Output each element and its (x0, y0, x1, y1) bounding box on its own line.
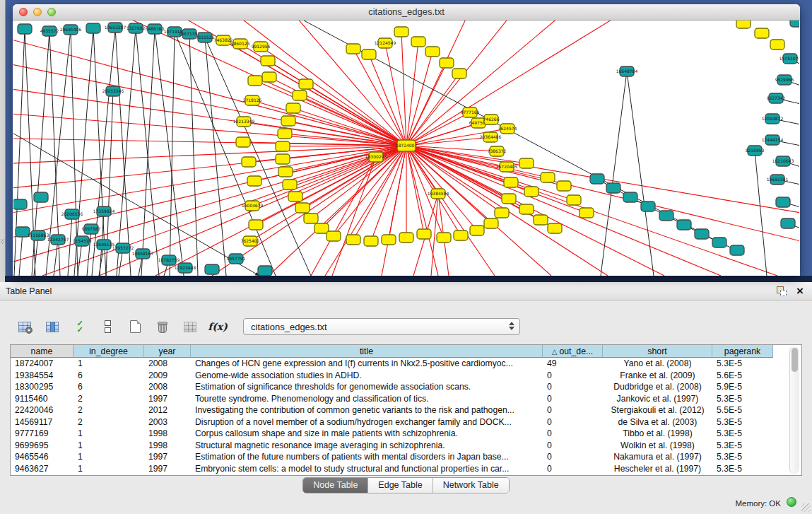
network-window-titlebar[interactable]: citations_edges.txt (13, 4, 800, 21)
graph-node[interactable] (736, 21, 751, 28)
close-panel-icon[interactable] (796, 286, 804, 296)
memory-status-icon[interactable] (787, 497, 796, 507)
graph-node[interactable] (781, 218, 795, 228)
graph-node[interactable] (288, 192, 302, 201)
graph-node[interactable] (454, 230, 468, 240)
graph-node[interactable] (394, 27, 408, 37)
function-builder-icon[interactable]: f(x) (208, 317, 227, 336)
graph-node[interactable] (659, 211, 673, 221)
close-window-icon[interactable] (19, 8, 28, 16)
graph-node[interactable] (484, 218, 498, 228)
table-scrollbar-thumb[interactable] (792, 348, 798, 372)
table-browser-settings-icon[interactable] (16, 317, 34, 336)
table-row[interactable]: 969969511998Structural magnetic resonanc… (11, 440, 801, 452)
graph-node[interactable] (247, 176, 261, 186)
graph-node[interactable] (495, 208, 509, 218)
graph-node[interactable] (557, 181, 571, 191)
graph-node[interactable] (278, 129, 292, 139)
graph-node[interactable] (548, 223, 562, 233)
graph-node[interactable] (314, 223, 329, 233)
zoom-window-icon[interactable] (47, 8, 56, 16)
graph-node[interactable] (242, 157, 256, 167)
graph-node[interactable] (534, 215, 548, 225)
graph-node[interactable] (677, 220, 691, 230)
graph-node[interactable] (86, 23, 100, 33)
graph-node[interactable] (437, 233, 451, 243)
tab-edge-table[interactable]: Edge Table (368, 478, 433, 493)
table-row[interactable]: 1938455462009Genome-wide association stu… (11, 370, 801, 382)
graph-node[interactable] (770, 40, 784, 49)
column-header-out_de[interactable]: out_de... (543, 345, 603, 358)
graph-node[interactable] (755, 28, 769, 38)
table-row[interactable]: 911546021997Tourette syndrome. Phenomeno… (11, 393, 801, 405)
column-header-name[interactable]: name (11, 345, 73, 358)
graph-node[interactable] (295, 203, 310, 213)
graph-node[interactable] (293, 90, 307, 100)
graph-node[interactable] (34, 192, 48, 202)
graph-node[interactable] (504, 177, 518, 187)
graph-node[interactable] (382, 235, 396, 245)
graph-node[interactable] (417, 229, 431, 239)
graph-node[interactable] (205, 264, 219, 274)
graph-node[interactable] (502, 194, 516, 204)
table-row[interactable]: 946362711997Embryonic stem cells: a mode… (11, 463, 801, 475)
graph-node[interactable] (13, 199, 27, 209)
table-row[interactable]: 1456911722003Disruption of a novel membe… (11, 416, 801, 428)
column-header-title[interactable]: title (191, 345, 543, 358)
new-table-icon[interactable] (126, 317, 144, 336)
graph-node[interactable] (579, 208, 594, 218)
tab-node-table[interactable]: Node Table (303, 478, 368, 493)
graph-node[interactable] (452, 69, 466, 78)
table-scrollbar[interactable] (789, 346, 799, 474)
graph-node[interactable] (299, 79, 313, 89)
float-panel-icon[interactable] (777, 286, 787, 296)
tab-network-table[interactable]: Network Table (433, 478, 509, 493)
left-splitter[interactable] (0, 0, 6, 282)
graph-node[interactable] (18, 24, 32, 34)
table-row[interactable]: 1872400712008Changes of HCN gene express… (11, 358, 801, 370)
graph-node[interactable] (261, 56, 275, 66)
graph-node[interactable] (286, 103, 300, 113)
column-header-year[interactable]: year (144, 345, 191, 358)
graph-node[interactable] (411, 37, 425, 47)
graph-node[interactable] (519, 204, 534, 214)
graph-node[interactable] (519, 158, 534, 168)
graph-node[interactable] (249, 220, 263, 230)
minimize-window-icon[interactable] (33, 8, 42, 16)
graph-node[interactable] (364, 236, 378, 246)
graph-node[interactable] (326, 231, 341, 241)
table-selector-dropdown[interactable]: citations_edges.txt (243, 318, 520, 335)
graph-node[interactable] (524, 187, 539, 197)
graph-node[interactable] (541, 173, 555, 182)
table-row[interactable]: 2242004622012Investigating the contribut… (11, 404, 801, 416)
resize-grip-icon[interactable] (801, 503, 811, 513)
graph-node[interactable] (346, 44, 360, 54)
graph-node[interactable] (776, 197, 790, 207)
graph-node[interactable] (440, 58, 454, 68)
graph-node[interactable] (283, 180, 297, 189)
graph-node[interactable] (346, 235, 360, 245)
graph-node[interactable] (641, 201, 655, 211)
column-header-in_degree[interactable]: in_degree (73, 345, 144, 358)
graph-node[interactable] (276, 141, 290, 151)
graph-node[interactable] (236, 137, 250, 147)
graph-node[interactable] (304, 214, 318, 223)
graph-node[interactable] (281, 116, 295, 126)
table-row[interactable]: 1830029562008Estimation of significance … (11, 381, 801, 393)
graph-node[interactable] (695, 229, 709, 239)
graph-node[interactable] (362, 49, 376, 59)
graph-node[interactable] (623, 192, 637, 202)
graph-node[interactable] (278, 167, 293, 177)
column-visibility-icon[interactable] (43, 317, 61, 336)
graph-node[interactable] (248, 76, 262, 86)
import-table-icon[interactable] (181, 317, 199, 336)
network-canvas[interactable]: 1872400749355722069140610653287132760264… (13, 21, 799, 276)
graph-node[interactable] (470, 226, 484, 235)
graph-node[interactable] (590, 174, 604, 184)
select-all-icon[interactable] (71, 317, 89, 336)
graph-node[interactable] (276, 154, 290, 164)
column-header-pagerank[interactable]: pagerank (712, 345, 773, 358)
graph-node[interactable] (790, 21, 799, 27)
graph-node[interactable] (712, 238, 726, 247)
network-graph[interactable]: 1872400749355722069140610653287132760264… (13, 21, 799, 276)
